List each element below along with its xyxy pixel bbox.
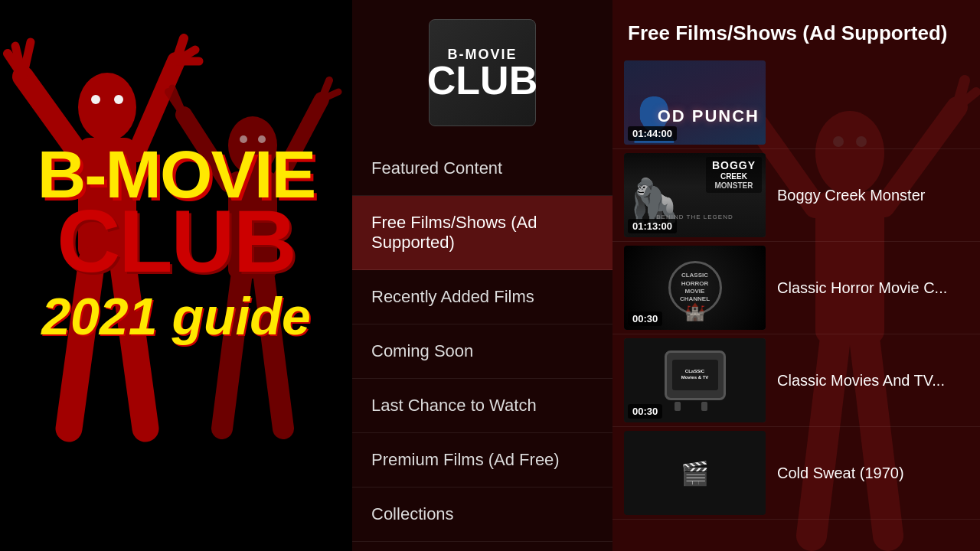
svg-line-5 (15, 46, 23, 77)
logo-title-line2: CLUB (38, 204, 315, 279)
svg-point-12 (91, 95, 100, 104)
thumbnail-classic-tv: CLaSSiCMovies & TV 00:30 (624, 338, 766, 422)
menu-item-premium[interactable]: Premium Films (Ad Free) (352, 433, 612, 487)
item-title-classic-tv: Classic Movies And TV... (777, 370, 945, 390)
menu-sidebar: B-MOVIE CLUB Featured Content Free Films… (352, 0, 612, 551)
svg-line-21 (322, 92, 338, 99)
menu-item-last-chance[interactable]: Last Chance to Watch (352, 379, 612, 433)
menu-logo-text-club: CLUB (427, 63, 537, 99)
logo-year: 2021 guide (38, 286, 315, 346)
thumbnail-odd-punch: 👤 OD PUNCH 01:44:00 (624, 60, 766, 145)
duration-boggy-creek: 01:13:00 (628, 219, 677, 233)
content-area: Free Films/Shows (Ad Supported) 👤 OD PUN… (612, 0, 980, 551)
thumbnail-cold-sweat: 🎬 (624, 431, 766, 515)
duration-classic-horror: 00:30 (628, 311, 662, 326)
svg-line-19 (172, 88, 184, 115)
item-title-classic-horror: Classic Horror Movie C... (777, 278, 947, 298)
menu-item-collections[interactable]: Collections (352, 487, 612, 542)
svg-point-13 (114, 95, 123, 104)
svg-point-0 (78, 73, 136, 142)
svg-line-20 (322, 80, 329, 99)
svg-line-6 (23, 42, 31, 77)
left-panel: B-MOVIE CLUB 2021 guide (0, 0, 352, 551)
thumbnail-boggy-creek: BOGGY CREEK MONSTER 🦍 BEHIND THE LEGEND … (624, 153, 766, 237)
content-item-odd-punch[interactable]: 👤 OD PUNCH 01:44:00 (612, 57, 980, 149)
content-item-classic-tv[interactable]: CLaSSiCMovies & TV 00:30 Classic Movies … (612, 334, 980, 427)
svg-line-8 (176, 50, 195, 61)
svg-line-7 (176, 38, 184, 61)
duration-classic-tv: 00:30 (628, 404, 662, 419)
content-item-boggy-creek[interactable]: BOGGY CREEK MONSTER 🦍 BEHIND THE LEGEND … (612, 149, 980, 242)
menu-item-free-films[interactable]: Free Films/Shows (Ad Supported) (352, 196, 612, 270)
content-header: Free Films/Shows (Ad Supported) (612, 8, 980, 57)
duration-odd-punch: 01:44:00 (628, 126, 677, 141)
menu-item-recently-added[interactable]: Recently Added Films (352, 270, 612, 324)
right-panel: B-MOVIE CLUB Featured Content Free Films… (352, 0, 980, 551)
item-title-cold-sweat: Cold Sweat (1970) (777, 463, 904, 483)
thumbnail-classic-horror: CLASSICHORRORMOVIECHANNEL 🏰 00:30 (624, 246, 766, 330)
menu-logo[interactable]: B-MOVIE CLUB (429, 19, 536, 126)
svg-line-18 (168, 92, 184, 115)
svg-line-4 (8, 54, 23, 77)
menu-items-container: Featured Content Free Films/Shows (Ad Su… (352, 142, 612, 542)
content-item-classic-horror[interactable]: CLASSICHORRORMOVIECHANNEL 🏰 00:30 Classi… (612, 242, 980, 334)
content-list: 👤 OD PUNCH 01:44:00 BOGGY CREEK MONSTER (612, 57, 980, 520)
content-item-cold-sweat[interactable]: 🎬 Cold Sweat (1970) (612, 427, 980, 520)
menu-item-coming-soon[interactable]: Coming Soon (352, 324, 612, 379)
item-title-boggy-creek: Boggy Creek Monster (777, 185, 925, 205)
menu-item-featured[interactable]: Featured Content (352, 142, 612, 196)
